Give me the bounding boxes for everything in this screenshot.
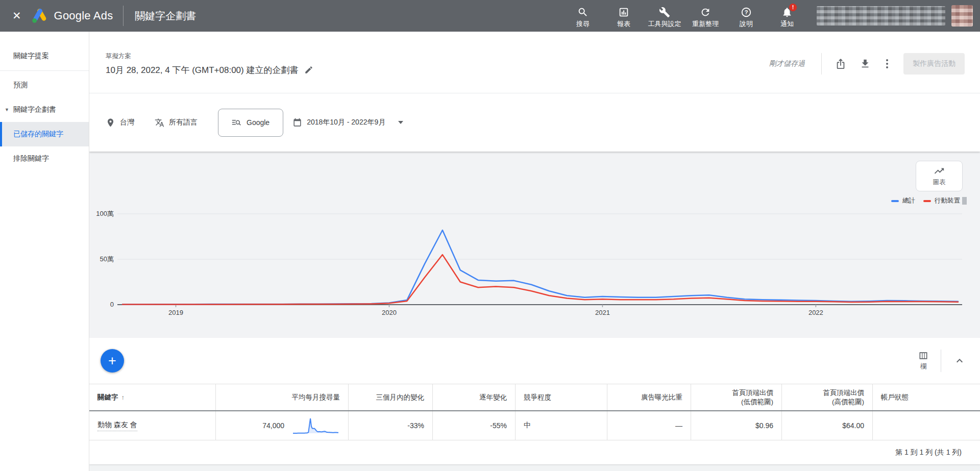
- legend-swatch-mobile: [923, 200, 931, 202]
- sidebar-divider: [0, 70, 89, 71]
- date-range-filter[interactable]: 2018年10月 - 2022年9月: [292, 118, 403, 128]
- location-filter[interactable]: 台灣: [106, 118, 134, 128]
- sidebar-item-keyword-plan[interactable]: ▼ 關鍵字企劃書: [0, 97, 89, 122]
- search-trend-sparkline: [291, 416, 340, 435]
- sidebar-item-label: 預測: [13, 81, 28, 90]
- nav-label: 工具與設定: [648, 20, 681, 28]
- close-icon[interactable]: ✕: [0, 10, 32, 22]
- cell-three-month-change: -33%: [348, 411, 432, 440]
- svg-text:100萬: 100萬: [96, 210, 114, 217]
- table-footer: 第 1 到 1 列 (共 1 列): [89, 440, 980, 464]
- header-three-month-change[interactable]: 三個月內的變化: [348, 384, 432, 410]
- svg-text:?: ?: [745, 9, 748, 15]
- sidebar-item-saved-keywords[interactable]: 已儲存的關鍵字: [0, 122, 89, 146]
- pagination-text: 第 1 到 1 列 (共 1 列): [895, 448, 962, 457]
- tools-settings-icon: [659, 7, 670, 18]
- calendar-icon: [292, 118, 302, 128]
- header-ad-impression-share[interactable]: 廣告曝光比重: [607, 384, 691, 410]
- help-button[interactable]: ? 說明: [726, 5, 767, 28]
- cell-keyword: 動物 森友 會: [89, 411, 215, 440]
- table-row: 動物 森友 會 74,000 -33% -55% 中 — $0.96 $64.0…: [89, 410, 980, 440]
- search-network-icon: [232, 118, 241, 128]
- top-app-bar: ✕ Google Ads 關鍵字企劃書 搜尋 報表 工具與設定 重新整理 ?: [0, 0, 980, 32]
- table-header-row: 關鍵字 ↑ 平均每月搜尋量 三個月內的變化 逐年變化 競爭程度 廣告曝光比重 首…: [89, 384, 980, 410]
- cell-top-bid-low: $0.96: [691, 411, 781, 440]
- pencil-icon: [304, 65, 313, 75]
- svg-text:50萬: 50萬: [100, 255, 114, 263]
- svg-text:2021: 2021: [595, 309, 610, 316]
- chart-section: 圖表 總計 行動裝置 050萬100萬2019202020212022: [89, 152, 980, 338]
- download-icon: [860, 58, 871, 69]
- google-ads-logo-icon: [32, 8, 48, 23]
- notifications-button[interactable]: ! 通知: [767, 5, 807, 28]
- notification-badge: !: [789, 3, 797, 12]
- create-campaign-button[interactable]: 製作廣告活動: [903, 53, 965, 75]
- collapse-table-button[interactable]: [953, 355, 966, 367]
- sidebar-item-negative-keywords[interactable]: 排除關鍵字: [0, 146, 89, 171]
- avatar[interactable]: [951, 5, 973, 27]
- nav-label: 報表: [617, 20, 630, 28]
- plan-header: 草擬方案 10月 28, 2022, 4 下午 (GMT+08:00) 建立的企…: [89, 32, 980, 93]
- columns-icon: [918, 351, 928, 361]
- nav-label: 通知: [780, 20, 794, 28]
- svg-text:2022: 2022: [808, 309, 823, 316]
- svg-text:0: 0: [110, 301, 114, 308]
- product-name: Google Ads: [54, 9, 113, 22]
- sort-ascending-icon: ↑: [121, 393, 125, 401]
- search-button[interactable]: 搜尋: [562, 5, 603, 28]
- columns-button[interactable]: 欄: [918, 351, 928, 371]
- header-account-status[interactable]: 帳戶狀態: [872, 384, 980, 410]
- topbar-nav: 搜尋 報表 工具與設定 重新整理 ? 說明 ! 通知: [562, 5, 807, 28]
- cell-top-bid-high: $64.00: [781, 411, 872, 440]
- header-avg-monthly-searches[interactable]: 平均每月搜尋量: [215, 384, 348, 410]
- cell-ad-impression-share: —: [607, 411, 691, 440]
- network-filter[interactable]: Google: [218, 109, 283, 137]
- nav-label: 說明: [740, 20, 753, 28]
- table-toolbar: + 欄: [89, 338, 980, 384]
- help-icon: ?: [741, 7, 752, 18]
- refresh-icon: [700, 7, 711, 18]
- sidebar: 關鍵字提案 預測 ▼ 關鍵字企劃書 已儲存的關鍵字 排除關鍵字: [0, 32, 89, 471]
- sidebar-item-forecast[interactable]: 預測: [0, 73, 89, 97]
- sidebar-item-label: 關鍵字提案: [13, 52, 49, 61]
- add-keywords-button[interactable]: +: [101, 349, 124, 373]
- language-filter[interactable]: 所有語言: [155, 118, 198, 128]
- share-button[interactable]: [835, 58, 846, 69]
- date-range-value: 2018年10月 - 2022年9月: [307, 118, 385, 127]
- header-top-bid-high[interactable]: 首頁頂端出價 (高價範圍): [781, 384, 872, 410]
- header-divider: [821, 53, 822, 75]
- trend-chart: 050萬100萬2019202020212022: [89, 203, 980, 320]
- sidebar-item-label: 已儲存的關鍵字: [13, 130, 63, 139]
- location-pin-icon: [106, 118, 115, 128]
- nav-label: 搜尋: [576, 20, 590, 28]
- header-competition[interactable]: 競爭程度: [515, 384, 607, 410]
- reports-button[interactable]: 報表: [603, 5, 644, 28]
- sidebar-item-keyword-ideas[interactable]: 關鍵字提案: [0, 44, 89, 68]
- legend-swatch-total: [891, 200, 899, 202]
- keyword-link[interactable]: 動物 森友 會: [97, 420, 137, 431]
- plan-card: 草擬方案 10月 28, 2022, 4 下午 (GMT+08:00) 建立的企…: [89, 32, 980, 152]
- chevron-up-icon: [953, 355, 966, 367]
- plan-type-label: 草擬方案: [106, 52, 313, 61]
- page-title: 關鍵字企劃書: [124, 9, 196, 23]
- chevron-down-icon: [398, 121, 403, 124]
- sidebar-item-label: 排除關鍵字: [13, 154, 49, 163]
- tools-settings-button[interactable]: 工具與設定: [644, 5, 685, 28]
- chart-toggle-label: 圖表: [933, 178, 946, 187]
- edit-plan-button[interactable]: [304, 65, 313, 75]
- main-content: 草擬方案 10月 28, 2022, 4 下午 (GMT+08:00) 建立的企…: [89, 32, 980, 471]
- google-ads-logo[interactable]: Google Ads: [32, 8, 124, 23]
- header-yoy-change[interactable]: 逐年變化: [432, 384, 515, 410]
- more-options-button[interactable]: [884, 57, 890, 70]
- share-icon: [835, 58, 846, 69]
- trending-line-icon: [934, 165, 945, 177]
- header-top-bid-low[interactable]: 首頁頂端出價 (低價範圍): [691, 384, 781, 410]
- header-keyword[interactable]: 關鍵字 ↑: [89, 384, 215, 410]
- download-button[interactable]: [860, 58, 871, 69]
- sidebar-item-label: 關鍵字企劃書: [13, 105, 56, 114]
- reports-icon: [618, 7, 629, 18]
- account-info-redacted[interactable]: [817, 6, 945, 26]
- chart-toggle-button[interactable]: 圖表: [916, 161, 963, 191]
- expand-arrow-icon: ▼: [5, 107, 9, 112]
- refresh-button[interactable]: 重新整理: [685, 5, 726, 28]
